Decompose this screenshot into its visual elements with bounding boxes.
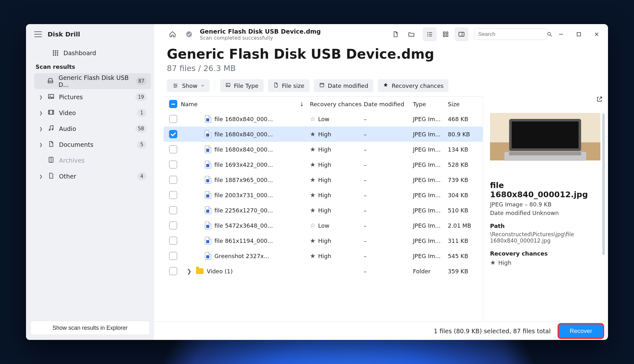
- column-recovery[interactable]: Recovery chances: [310, 101, 364, 107]
- row-checkbox[interactable]: [169, 252, 177, 260]
- sidebar-item-archive[interactable]: Archives: [34, 153, 151, 168]
- row-checkbox[interactable]: [169, 160, 177, 169]
- table-row[interactable]: file 2003x731_000...★High–JPEG Im...304 …: [164, 187, 483, 203]
- table-row[interactable]: file 1680x840_000...★High–JPEG Im...80.9…: [164, 127, 483, 142]
- row-checkbox[interactable]: [169, 130, 177, 138]
- file-action-button[interactable]: [389, 27, 402, 41]
- sidebar-item-image[interactable]: ❯Pictures19: [34, 89, 151, 105]
- recover-button[interactable]: Recover: [559, 324, 603, 338]
- sidebar-item-other[interactable]: ❯Other4: [34, 168, 151, 184]
- view-list-button[interactable]: [423, 27, 437, 41]
- sidebar-icon: [458, 31, 465, 38]
- close-button[interactable]: [588, 27, 605, 41]
- minimize-button[interactable]: [552, 27, 570, 41]
- row-checkbox[interactable]: [169, 267, 177, 275]
- cell-type: JPEG Im...: [413, 131, 448, 138]
- star-icon: ★: [310, 146, 316, 153]
- close-icon: [594, 32, 599, 36]
- sidebar-item-drive[interactable]: Generic Flash Disk USB D...87: [34, 73, 151, 89]
- table-header: Name↓ Recovery chances Date modified Typ…: [164, 97, 483, 111]
- row-checkbox[interactable]: [169, 115, 177, 123]
- sidebar: Disk Drill Dashboard Scan results Generi…: [26, 24, 154, 340]
- filter-pill[interactable]: Recovery chances: [378, 79, 448, 92]
- svg-rect-40: [577, 33, 581, 36]
- show-filter-button[interactable]: Show: [167, 79, 210, 92]
- sidebar-item-audio[interactable]: ❯Audio58: [34, 121, 151, 137]
- row-checkbox[interactable]: [169, 176, 177, 184]
- cell-date: –: [364, 161, 413, 168]
- sidebar-item-count: 4: [137, 172, 147, 180]
- svg-rect-4: [55, 52, 56, 54]
- check-circle-icon: [186, 31, 193, 38]
- table-row[interactable]: file 1693x422_000...★High–JPEG Im...528 …: [164, 157, 483, 172]
- svg-rect-32: [446, 32, 448, 34]
- preview-pane: file 1680x840_000012.jpg JPEG Image – 80…: [484, 96, 605, 322]
- file-type-icon: [205, 222, 211, 229]
- cell-size: 304 KB: [448, 192, 483, 198]
- file-name: Video (1): [207, 268, 310, 275]
- table-row-folder[interactable]: ❯Video (1)–Folder359 KB: [164, 263, 483, 279]
- maximize-button[interactable]: [570, 27, 588, 41]
- sort-indicator-icon[interactable]: ↓: [299, 101, 304, 107]
- column-size[interactable]: Size: [448, 101, 483, 107]
- chevron-right-icon[interactable]: ❯: [187, 268, 192, 275]
- search-field[interactable]: [474, 29, 547, 40]
- column-name[interactable]: Name: [181, 101, 198, 107]
- cell-type: JPEG Im...: [413, 192, 448, 198]
- grid-icon: [52, 49, 59, 56]
- table-row[interactable]: Greenshot 2327x...★High–JPEG Im...545 KB: [164, 248, 483, 263]
- search-input[interactable]: [478, 31, 546, 38]
- table-row[interactable]: file 861x1194_000...★High–JPEG Im...311 …: [164, 233, 483, 248]
- svg-point-21: [52, 129, 53, 130]
- row-checkbox[interactable]: [169, 191, 177, 199]
- svg-rect-6: [53, 55, 54, 56]
- table-row[interactable]: file 5472x3648_00...☆Low–JPEG Im...2.01 …: [164, 218, 483, 233]
- table-row[interactable]: file 1887x965_000...★High–JPEG Im...739 …: [164, 172, 483, 187]
- file-name: file 1680x840_000...: [214, 116, 310, 122]
- folder-action-button[interactable]: [404, 27, 418, 41]
- cell-date: –: [364, 192, 413, 198]
- home-button[interactable]: [166, 27, 180, 41]
- sidebar-item-label: Pictures: [59, 94, 83, 101]
- row-checkbox[interactable]: [169, 237, 177, 245]
- other-icon: [48, 172, 55, 180]
- app-name: Disk Drill: [48, 30, 80, 38]
- pane-divider[interactable]: [483, 96, 483, 322]
- sidebar-item-dashboard[interactable]: Dashboard: [39, 45, 151, 61]
- cell-type: JPEG Im...: [413, 253, 448, 259]
- table-row[interactable]: file 1680x840_000...★High–JPEG Im...134 …: [164, 142, 483, 157]
- menu-icon[interactable]: [34, 31, 42, 37]
- select-all-checkbox[interactable]: [169, 100, 177, 108]
- sidebar-item-video[interactable]: ❯Video1: [34, 105, 151, 121]
- footer: 1 files (80.9 KB) selected, 87 files tot…: [154, 322, 608, 340]
- sidebar-item-doc[interactable]: ❯Documents5: [34, 137, 151, 153]
- view-preview-button[interactable]: [454, 27, 468, 41]
- svg-point-10: [49, 82, 50, 82]
- column-date[interactable]: Date modified: [364, 101, 413, 107]
- svg-point-20: [49, 129, 50, 131]
- row-checkbox[interactable]: [169, 221, 177, 230]
- column-type[interactable]: Type: [413, 101, 448, 107]
- show-in-explorer-button[interactable]: Show scan results in Explorer: [30, 321, 150, 335]
- pill-icon: [273, 82, 279, 89]
- row-checkbox[interactable]: [169, 145, 177, 153]
- chevron-right-icon: ❯: [39, 142, 43, 147]
- cell-recovery: ☆Low: [310, 222, 364, 229]
- star-icon: ★: [310, 130, 316, 138]
- topbar: Generic Flash Disk USB Device.dmg Scan c…: [154, 24, 608, 43]
- star-icon: ★: [310, 252, 316, 260]
- view-grid-button[interactable]: [439, 27, 453, 41]
- filter-pill[interactable]: Date modified: [314, 79, 374, 92]
- popout-button[interactable]: [596, 96, 603, 104]
- row-checkbox[interactable]: [169, 206, 177, 214]
- topbar-subtitle: Scan completed successfully: [200, 35, 321, 41]
- filter-pill[interactable]: File size: [268, 79, 310, 92]
- table-row[interactable]: file 1680x840_000...☆Low–JPEG Im...468 K…: [164, 111, 483, 127]
- preview-scrollbar[interactable]: [602, 114, 605, 322]
- table-row[interactable]: file 2256x1270_00...★High–JPEG Im...510 …: [164, 203, 483, 218]
- sliders-icon: [172, 83, 179, 88]
- svg-rect-34: [446, 35, 448, 37]
- file-name: file 1693x422_000...: [214, 161, 310, 168]
- cell-size: 359 KB: [448, 268, 483, 275]
- filter-pill[interactable]: File Type: [220, 79, 264, 92]
